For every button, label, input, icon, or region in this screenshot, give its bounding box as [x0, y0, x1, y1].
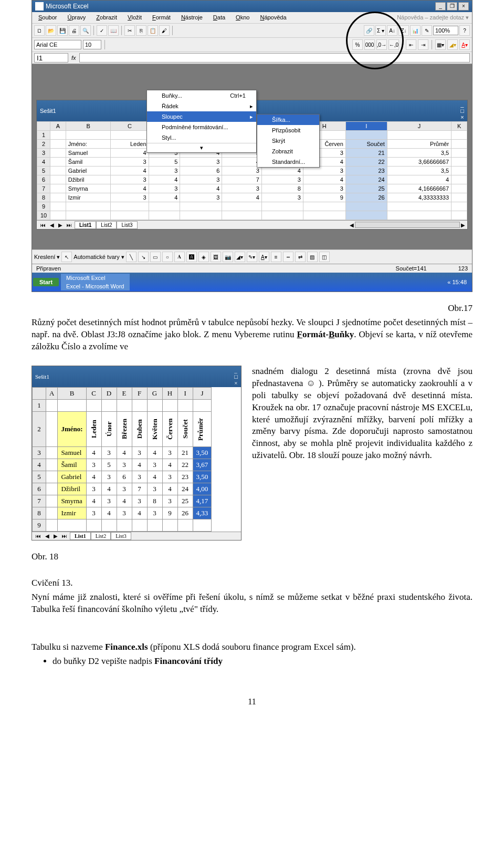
cell[interactable]: 4: [111, 149, 149, 158]
mini-tab-first-icon[interactable]: ⏮: [34, 533, 43, 539]
mini-cell[interactable]: 3: [117, 483, 132, 495]
cell[interactable]: [452, 158, 467, 167]
cell[interactable]: [50, 167, 66, 175]
name-box[interactable]: [34, 53, 68, 63]
font-input[interactable]: [34, 40, 81, 49]
col-header-B[interactable]: B: [66, 122, 111, 131]
mini-cell[interactable]: 4: [147, 446, 162, 459]
cell[interactable]: Samuel: [66, 149, 111, 158]
cell[interactable]: [452, 175, 467, 184]
clipart-icon[interactable]: 🖼: [211, 252, 221, 262]
chart-icon[interactable]: 📊: [410, 25, 421, 36]
mini-cell[interactable]: 3: [147, 459, 162, 471]
menu-úpravy[interactable]: Úpravy: [63, 13, 90, 22]
formatpainter-icon[interactable]: 🖌: [159, 25, 170, 36]
cell[interactable]: 3,5: [387, 167, 451, 175]
mini-col-header[interactable]: A: [46, 387, 58, 399]
menu-nápověda[interactable]: Nápověda: [256, 13, 290, 22]
tab-last-icon[interactable]: ⏭: [65, 222, 74, 228]
mini-col-header[interactable]: F: [132, 387, 147, 399]
fillcolor-icon[interactable]: ◢▾: [447, 39, 458, 50]
cell[interactable]: 3: [261, 175, 303, 184]
mini-tab-last-icon[interactable]: ⏭: [60, 533, 69, 539]
inc-indent-icon[interactable]: ⇥: [418, 39, 428, 50]
submenuitem-skrt[interactable]: Skrýt: [257, 136, 319, 146]
taskbar-item[interactable]: Microsoft Excel: [61, 274, 129, 282]
cell[interactable]: Gabriel: [66, 167, 111, 175]
cell[interactable]: [452, 131, 467, 140]
cell[interactable]: 3: [111, 158, 149, 167]
cell[interactable]: 3: [180, 175, 222, 184]
minimize-button[interactable]: _: [435, 2, 446, 11]
mini-col-header[interactable]: E: [117, 387, 132, 399]
row-header[interactable]: 2: [37, 140, 50, 149]
sheet-tab-list2[interactable]: List2: [96, 221, 117, 229]
cell[interactable]: 4: [111, 184, 149, 193]
cell[interactable]: [111, 131, 149, 140]
mini-cell[interactable]: 6: [117, 471, 132, 483]
line-icon[interactable]: ╲: [126, 252, 136, 262]
cell[interactable]: 3: [261, 193, 303, 202]
cell[interactable]: 4: [387, 175, 451, 184]
cell[interactable]: [66, 211, 111, 220]
inc-decimal-icon[interactable]: ,0→: [376, 39, 387, 50]
menu-okno[interactable]: Okno: [232, 13, 254, 22]
cell[interactable]: 23: [345, 167, 387, 175]
mini-tab-next-icon[interactable]: ▶: [52, 533, 59, 539]
cell[interactable]: 4: [303, 175, 345, 184]
mini-cell[interactable]: 4,17: [193, 495, 212, 507]
mini-cell[interactable]: 4: [86, 446, 101, 459]
mini-col-header[interactable]: G: [147, 387, 162, 399]
wordart-icon[interactable]: 🅰: [186, 252, 197, 262]
cell[interactable]: Součet: [345, 140, 387, 149]
help-icon[interactable]: ?: [459, 25, 470, 36]
fx-icon[interactable]: fx: [71, 55, 76, 61]
col-header-I[interactable]: I: [345, 122, 387, 131]
copy-icon[interactable]: ⎘: [136, 25, 146, 36]
rectangle-icon[interactable]: ▭: [150, 252, 161, 262]
draw-menu[interactable]: Kreslení: [34, 254, 55, 260]
row-header[interactable]: 7: [37, 184, 50, 193]
menuitem-podmnnformtovn[interactable]: Podmíněné formátování...: [147, 122, 256, 132]
menu-formát[interactable]: Formát: [148, 13, 175, 22]
cell[interactable]: [50, 131, 66, 140]
row-header[interactable]: 5: [37, 167, 50, 175]
wb-close-button[interactable]: ×: [460, 114, 464, 120]
dec-decimal-icon[interactable]: ←,0: [388, 39, 399, 50]
mini-cell[interactable]: 23: [177, 471, 193, 483]
mini-col-header[interactable]: I: [177, 387, 193, 399]
mini-cell[interactable]: 3: [86, 483, 101, 495]
mini-cell[interactable]: 4: [147, 471, 162, 483]
fillcolor-draw-icon[interactable]: ◢▾: [235, 252, 245, 262]
wb-minimize-button[interactable]: _: [460, 101, 464, 108]
taskbar-item[interactable]: Excel - Microsoft Word: [61, 282, 129, 290]
zoom-input[interactable]: [433, 26, 458, 35]
cell[interactable]: 3: [222, 184, 262, 193]
mini-cell[interactable]: 4: [117, 446, 132, 459]
cell[interactable]: [180, 211, 222, 220]
mini-cell[interactable]: 4,00: [193, 483, 212, 495]
cell[interactable]: [387, 202, 451, 211]
preview-icon[interactable]: 🔍: [80, 25, 91, 36]
cell[interactable]: 3: [303, 184, 345, 193]
mini-cell[interactable]: 3: [101, 471, 117, 483]
menuitem-styl[interactable]: Styl...: [147, 132, 256, 143]
cell[interactable]: Průměr: [387, 140, 451, 149]
mini-cell[interactable]: 3: [132, 446, 147, 459]
mini-cell[interactable]: 3: [117, 459, 132, 471]
cell[interactable]: 7: [222, 175, 262, 184]
cell[interactable]: [452, 202, 467, 211]
submenuitem-ka[interactable]: Šířka...: [257, 115, 319, 125]
menuitem-dek[interactable]: Řádek▸: [147, 101, 256, 111]
new-icon[interactable]: 🗋: [34, 25, 45, 36]
submenuitem-pizpsobit[interactable]: Přizpůsobit: [257, 125, 319, 136]
menu-zobrazit[interactable]: Zobrazit: [92, 13, 121, 22]
cell[interactable]: 3: [180, 158, 222, 167]
tab-prev-icon[interactable]: ◀: [48, 222, 56, 228]
menu-data[interactable]: Data: [209, 13, 229, 22]
row-header[interactable]: 6: [37, 175, 50, 184]
cell[interactable]: [50, 202, 66, 211]
cell[interactable]: [50, 184, 66, 193]
mini-close-button[interactable]: ×: [234, 380, 238, 386]
mini-cell[interactable]: 4: [162, 459, 177, 471]
